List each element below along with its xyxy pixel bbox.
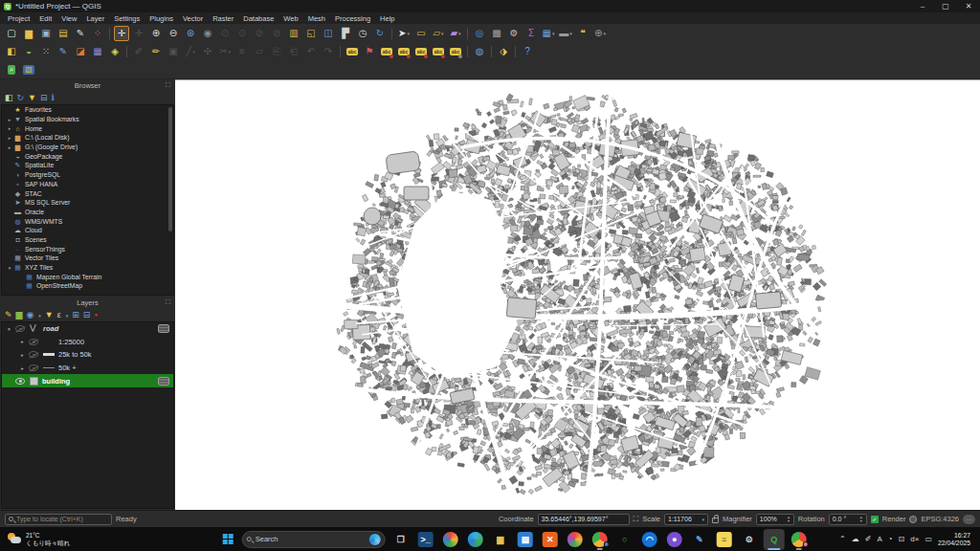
expander-icon[interactable]: ▾	[5, 326, 13, 332]
statistical-summary-button[interactable]: Σ	[523, 26, 539, 41]
tray-onedrive-icon[interactable]: ☁	[852, 536, 859, 543]
browser-item-cloud[interactable]: ☁Cloud	[2, 226, 173, 235]
delete-selected-dropdown-icon[interactable]: ▾	[228, 49, 231, 55]
browser-item-c-local-disk-[interactable]: ▸▆C:\ (Local Disk)	[2, 133, 173, 143]
pan-map-button[interactable]: ✛	[114, 26, 129, 41]
zoom-search-button[interactable]: ⊕▾	[592, 26, 608, 41]
layer-labeling-button[interactable]: abc	[345, 44, 360, 59]
browser-properties-button[interactable]: ℹ	[52, 94, 55, 102]
scale-dropdown-icon[interactable]: ▾	[702, 517, 704, 522]
taskbar-app-settings-gear[interactable]: ⚙	[739, 529, 760, 550]
browser-item-oracle[interactable]: ▬Oracle	[2, 208, 173, 217]
taskbar-app-github-desktop[interactable]: ●	[664, 529, 685, 550]
tray-pen-icon[interactable]: ✐	[865, 536, 872, 543]
taskbar-clock[interactable]: 16:27 22/04/2025	[938, 532, 974, 547]
minimize-button[interactable]: –	[911, 0, 934, 12]
browser-item-vector-tiles[interactable]: ▦Vector Tiles	[2, 253, 173, 263]
browser-item-g-google-drive-[interactable]: ▸▆G:\ (Google Drive)	[2, 143, 173, 152]
delete-selected-button[interactable]: ✂▾	[217, 44, 233, 59]
new-spatialite-layer-button[interactable]: ✎	[56, 44, 71, 59]
scale-lock-icon[interactable]	[712, 518, 719, 523]
toggle-editing-button[interactable]: ✏	[148, 44, 164, 59]
label-change-button[interactable]: abc	[448, 44, 463, 59]
browser-item-ms-sql-server[interactable]: ➤MS SQL Server	[2, 198, 173, 208]
add-feature-dropdown-icon[interactable]: ▾	[192, 49, 195, 55]
python-console-button[interactable]: ⬗	[496, 44, 511, 59]
browser-item-postgresql[interactable]: ◖PostgreSQL	[2, 170, 173, 180]
layer-diagram-button[interactable]: ⚑	[362, 44, 377, 59]
pan-to-selection-button[interactable]: ✛	[131, 26, 146, 41]
locate-input[interactable]: Type to locate (Ctrl+K)	[5, 514, 112, 525]
browser-item-home[interactable]: ▸⌂Home	[2, 123, 173, 133]
browser-item-favorites[interactable]: ★Favorites	[2, 105, 173, 115]
taskbar-app-app-blue[interactable]: ◠	[639, 529, 660, 550]
new-spatial-bookmark-button[interactable]: ◱	[303, 26, 319, 41]
visibility-eye-icon[interactable]	[29, 351, 38, 358]
maximize-button[interactable]: ▢	[934, 0, 957, 12]
menu-view[interactable]: View	[56, 12, 81, 24]
taskbar-app-snipping-tool[interactable]: ✎	[689, 529, 710, 550]
expander-icon[interactable]: ▸	[6, 117, 13, 122]
menu-database[interactable]: Database	[238, 12, 278, 24]
taskbar-app-microsoft-store[interactable]: ▤	[515, 529, 536, 550]
layer-item-50k-[interactable]: ▸50k +	[2, 362, 173, 375]
menu-web[interactable]: Web	[278, 12, 302, 24]
tray-ime-a-icon[interactable]: A	[877, 536, 881, 543]
layout-manager-button[interactable]: ✎	[73, 26, 88, 41]
expander-icon[interactable]: ▸	[6, 135, 13, 141]
save-project-button[interactable]: ▣	[38, 26, 54, 41]
attribute-table-dropdown-icon[interactable]: ▾	[552, 31, 555, 36]
taskbar-weather[interactable]: 21°C くもり時々晴れ	[0, 532, 70, 546]
save-layer-edits-button[interactable]: ▣	[166, 44, 181, 59]
vertex-tool-button[interactable]: ✣	[200, 44, 215, 59]
browser-close-icon[interactable]: ⛶	[166, 81, 170, 89]
measure-dropdown-icon[interactable]: ▾	[569, 31, 572, 36]
start-button[interactable]	[218, 530, 237, 549]
taskbar-app-powershell[interactable]: >_	[415, 529, 436, 550]
manage-map-themes-button[interactable]: ◉	[26, 311, 33, 320]
browser-scrollbar[interactable]	[168, 107, 172, 231]
browser-item-mapzen-global-terrain[interactable]: ▦Mapzen Global Terrain	[2, 272, 173, 281]
new-map-view-button[interactable]: ▛	[338, 26, 353, 41]
manage-map-themes-dropdown-icon[interactable]: ▾	[38, 313, 41, 319]
label-move-button[interactable]: abc	[413, 44, 429, 59]
visibility-eye-icon[interactable]	[15, 378, 25, 385]
tray-cast-display-icon[interactable]: ⊡	[899, 536, 905, 543]
zoom-search-dropdown-icon[interactable]: ▾	[603, 31, 606, 36]
open-project-button[interactable]: ▆	[21, 26, 36, 41]
select-by-form-button[interactable]: ▱▾	[431, 26, 446, 41]
zoom-last-button[interactable]: ⊘	[252, 26, 267, 41]
taskbar-app-edge-browser[interactable]	[465, 529, 486, 550]
tray-clock-app-icon[interactable]: ◔	[888, 536, 893, 543]
filter-legend-button[interactable]: ▼	[45, 311, 54, 320]
taskbar-app-microsoft-365[interactable]	[440, 529, 461, 550]
layer-item-road[interactable]: ▾road	[2, 322, 173, 336]
redo-button[interactable]: ↷	[321, 44, 336, 59]
zoom-next-button[interactable]: ⊘	[269, 26, 284, 41]
deselect-features-button[interactable]: ▭	[413, 26, 429, 41]
menu-processing[interactable]: Processing	[330, 12, 375, 24]
identify-features-button[interactable]: ◎	[472, 26, 487, 41]
taskbar-app-chrome-profile-2[interactable]	[789, 529, 810, 550]
crs-value[interactable]: EPSG:4326	[921, 515, 959, 523]
tray-chevron-up-icon[interactable]: ⌃	[839, 536, 846, 543]
extents-icon[interactable]: ⛶	[634, 516, 639, 523]
menu-settings[interactable]: Settings	[109, 12, 145, 24]
cut-features-button[interactable]: ▱	[252, 44, 267, 59]
layer-item-25k-to-50k[interactable]: ▸25k to 50k	[2, 348, 173, 362]
temporal-controller-button[interactable]: ◷	[355, 26, 370, 41]
modify-attributes-button[interactable]: ≡	[234, 44, 250, 59]
add-feature-button[interactable]: ╱▾	[183, 44, 198, 59]
zoom-native-button[interactable]: ⊛	[183, 26, 198, 41]
browser-item-xyz-tiles[interactable]: ▾▦XYZ Tiles	[2, 263, 173, 273]
add-group-button[interactable]: ▆	[16, 311, 23, 320]
menu-layer[interactable]: Layer	[81, 12, 109, 24]
filter-by-expression-button[interactable]: ε	[57, 311, 61, 320]
new-geopackage-layer-button[interactable]: ◒	[21, 44, 36, 59]
label-highlight-button[interactable]: abc	[396, 44, 412, 59]
taskbar-search[interactable]: Search	[242, 531, 386, 548]
expander-icon[interactable]: ▸	[18, 352, 27, 358]
style-manager-button[interactable]: ⁘	[90, 26, 105, 41]
open-fields-button[interactable]: ▰▾	[448, 26, 463, 41]
new-wms-layer-button[interactable]: ◈	[107, 44, 122, 59]
